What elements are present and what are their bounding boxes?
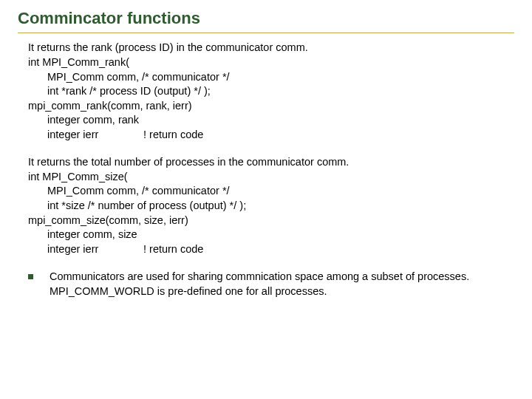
bullet-text: Communicators are used for sharing commn…: [50, 270, 514, 299]
rank-ierr-comment: ! return code: [143, 128, 203, 143]
size-f-line1: integer comm, size: [28, 228, 514, 242]
bullet-list: Communicators are used for sharing commn…: [28, 270, 514, 299]
size-block: It returns the total number of processes…: [28, 155, 514, 256]
size-c-line1: MPI_Comm comm, /* communicator */: [28, 184, 514, 199]
size-ierr-comment: ! return code: [143, 242, 203, 257]
rank-c-line1: MPI_Comm comm, /* communicator */: [28, 70, 514, 85]
size-c-line2: int *size /* number of process (output) …: [28, 199, 514, 214]
rank-ierr-label: integer ierr: [47, 128, 143, 143]
size-f-line2: integer ierr ! return code: [28, 242, 514, 257]
rank-c-line2: int *rank /* process ID (output) */ );: [28, 84, 514, 99]
slide: Commincator functions It returns the ran…: [0, 0, 532, 399]
rank-f-line0: mpi_comm_rank(comm, rank, ierr): [28, 99, 514, 114]
rank-desc: It returns the rank (process ID) in the …: [28, 41, 514, 55]
rank-f-line2: integer ierr ! return code: [28, 128, 514, 143]
size-desc: It returns the total number of processes…: [28, 155, 514, 170]
size-f-line0: mpi_comm_size(comm, size, ierr): [28, 214, 514, 228]
bullet-item: Communicators are used for sharing commn…: [28, 270, 514, 299]
slide-title: Commincator functions: [18, 9, 514, 33]
rank-block: It returns the rank (process ID) in the …: [28, 41, 514, 142]
size-c-line0: int MPI_Comm_size(: [28, 170, 514, 185]
square-bullet-icon: [28, 274, 33, 279]
rank-c-line0: int MPI_Comm_rank(: [28, 55, 514, 70]
size-ierr-label: integer ierr: [47, 242, 143, 257]
rank-f-line1: integer comm, rank: [28, 113, 514, 128]
